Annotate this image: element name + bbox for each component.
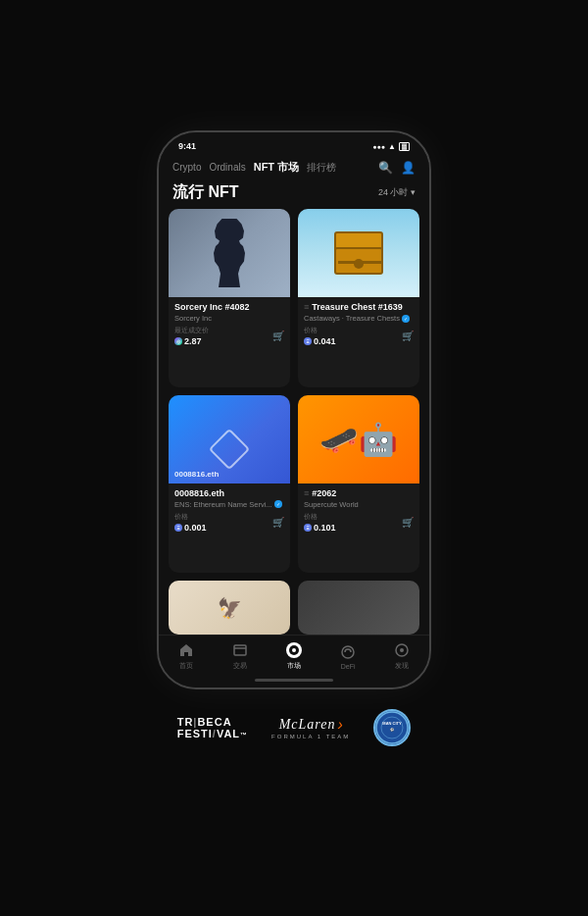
nft-card-supercute[interactable]: 🛹🤖 ≡ #2062 Supercute World — [298, 395, 419, 574]
nft-info-sorcery: Sorcery Inc #4082 Sorcery Inc 最近成交价 ◎ — [169, 297, 290, 350]
bottom-nav-label-trade: 交易 — [233, 661, 247, 671]
nft-collection-ens: ENS: Ethereum Name Servi... ✓ — [174, 500, 284, 509]
battery-icon: ▓ — [399, 142, 410, 151]
home-icon — [177, 641, 195, 659]
price-block-supercute: 价格 Ξ 0.101 — [304, 512, 336, 533]
nav-crypto[interactable]: Crypto — [172, 162, 201, 173]
defi-icon — [339, 643, 357, 661]
nft-info-ens: 0008816.eth ENS: Ethereum Name Servi... … — [169, 483, 290, 536]
home-indicator — [255, 679, 333, 682]
cart-icon-sorcery[interactable]: 🛒 — [272, 331, 284, 341]
price-label-ens: 价格 — [174, 512, 207, 522]
signal-icon: ●●● — [372, 143, 385, 150]
trade-icon — [231, 641, 249, 659]
bottom-nav-item-discover[interactable]: 发现 — [393, 641, 411, 671]
nft-name-supercute: #2062 — [312, 488, 414, 498]
wifi-icon: ▲ — [388, 142, 396, 151]
cart-icon-ens[interactable]: 🛒 — [272, 517, 284, 528]
price-label-sorcery: 最近成交价 — [174, 326, 209, 335]
partial-image-1: 🦅 — [169, 581, 290, 635]
status-bar: 9:41 ●●● ▲ ▓ — [159, 132, 429, 156]
mancity-badge: MAN CITY ⚽ — [373, 709, 411, 746]
price-row-ens: 价格 Ξ 0.001 🛒 — [174, 512, 284, 533]
verified-badge-ens: ✓ — [274, 500, 282, 508]
partial-image-2 — [298, 581, 419, 635]
price-val-treasure: Ξ 0.041 — [304, 336, 336, 346]
svg-point-7 — [400, 648, 404, 652]
bottom-nav-item-market[interactable]: 市场 — [285, 641, 303, 671]
svg-point-5 — [342, 646, 354, 658]
nft-name-row-ens: 0008816.eth — [174, 488, 284, 498]
cart-icon-treasure[interactable]: 🛒 — [402, 331, 414, 341]
nft-collection-treasure: Castaways · Treasure Chests ✓ — [304, 314, 414, 323]
nft-name-sorcery: Sorcery Inc #4082 — [174, 302, 284, 312]
ens-diamond-icon — [209, 428, 250, 469]
time-filter[interactable]: 24 小时 ▾ — [378, 186, 416, 199]
sponsors-bar: TR|BECA FESTI/VAL™ McLaren › FORMULA 1 T… — [0, 709, 588, 746]
nav-ranking[interactable]: 排行榜 — [307, 161, 336, 175]
bird-icon: 🦅 — [218, 596, 242, 620]
mclaren-name: McLaren › — [279, 716, 343, 734]
chest-body — [334, 247, 383, 275]
three-dots-supercute: ≡ — [304, 488, 309, 498]
bottom-nav-label-defi: DeFi — [341, 663, 356, 670]
svg-text:MAN CITY: MAN CITY — [383, 721, 403, 726]
nav-ordinals[interactable]: Ordinals — [209, 162, 245, 173]
verified-badge-treasure: ✓ — [402, 315, 410, 323]
price-row-supercute: 价格 Ξ 0.101 🛒 — [304, 512, 414, 533]
price-block-sorcery: 最近成交价 ◎ 2.87 — [174, 326, 209, 346]
phone-frame: 9:41 ●●● ▲ ▓ Crypto Ordinals NFT 市场 排行榜 … — [157, 130, 431, 689]
partial-card-1[interactable]: 🦅 — [169, 581, 290, 635]
mclaren-logo: McLaren › FORMULA 1 TEAM — [271, 716, 350, 739]
search-icon[interactable]: 🔍 — [378, 161, 393, 175]
bottom-nav-item-trade[interactable]: 交易 — [231, 641, 249, 671]
ens-overlay-label: 0008816.eth — [174, 470, 219, 479]
status-time: 9:41 — [178, 141, 196, 151]
cart-icon-supercute[interactable]: 🛒 — [402, 517, 414, 528]
bottom-nav-label-market: 市场 — [287, 661, 301, 671]
eth-icon-treasure: Ξ — [304, 337, 312, 345]
nft-name-treasure: Treasure Chest #1639 — [312, 302, 414, 312]
chest-lock — [354, 259, 364, 269]
nft-card-ens[interactable]: 0008816.eth 0008816.eth ENS: Ethereum Na… — [169, 395, 290, 574]
nft-grid-main: Sorcery Inc #4082 Sorcery Inc 最近成交价 ◎ — [159, 209, 429, 573]
bottom-nav: 首页 交易 市场 De — [159, 635, 429, 675]
svg-rect-0 — [234, 645, 246, 655]
price-row-sorcery: 最近成交价 ◎ 2.87 🛒 — [174, 326, 284, 346]
treasure-chest — [334, 231, 383, 275]
nav-nft[interactable]: NFT 市场 — [254, 160, 299, 175]
nft-info-supercute: ≡ #2062 Supercute World 价格 Ξ — [298, 483, 419, 536]
nft-image-supercute: 🛹🤖 — [298, 395, 419, 483]
nft-name-ens: 0008816.eth — [174, 488, 284, 498]
eth-icon-supercute: Ξ — [304, 524, 312, 532]
eth-icon-ens: Ξ — [174, 524, 182, 532]
nft-card-treasure[interactable]: ≡ Treasure Chest #1639 Castaways · Treas… — [298, 209, 419, 387]
nft-collection-sorcery: Sorcery Inc — [174, 314, 284, 323]
page-title: 流行 NFT — [172, 182, 239, 203]
bottom-nav-label-discover: 发现 — [395, 661, 409, 671]
nft-image-sorcery — [169, 209, 290, 297]
price-block-treasure: 价格 Ξ 0.041 — [304, 326, 336, 346]
tribeca-text: TR|BECA FESTI/VAL™ — [177, 716, 248, 739]
status-icons: ●●● ▲ ▓ — [372, 142, 410, 151]
three-dots-treasure: ≡ — [304, 302, 309, 312]
nav-icons: 🔍 👤 — [378, 161, 416, 175]
nft-name-row: Sorcery Inc #4082 — [174, 302, 284, 312]
nft-grid: Sorcery Inc #4082 Sorcery Inc 最近成交价 ◎ — [159, 209, 429, 635]
bottom-nav-item-home[interactable]: 首页 — [177, 641, 195, 671]
skateboard-character-icon: 🛹🤖 — [319, 421, 398, 458]
discover-icon — [393, 641, 411, 659]
price-val-ens: Ξ 0.001 — [174, 523, 207, 533]
profile-icon[interactable]: 👤 — [401, 161, 416, 175]
bottom-nav-item-defi[interactable]: DeFi — [339, 643, 357, 670]
partial-card-2[interactable] — [298, 581, 419, 635]
silhouette-figure — [205, 219, 254, 287]
nft-card-sorcery[interactable]: Sorcery Inc #4082 Sorcery Inc 最近成交价 ◎ — [169, 209, 290, 387]
nft-info-treasure: ≡ Treasure Chest #1639 Castaways · Treas… — [298, 297, 419, 350]
sol-icon-sorcery: ◎ — [174, 337, 182, 345]
nft-name-row-supercute: ≡ #2062 — [304, 488, 414, 498]
nft-collection-supercute: Supercute World — [304, 500, 414, 509]
nft-name-row-treasure: ≡ Treasure Chest #1639 — [304, 302, 414, 312]
price-val-supercute: Ξ 0.101 — [304, 523, 336, 533]
svg-text:⚽: ⚽ — [390, 728, 394, 732]
